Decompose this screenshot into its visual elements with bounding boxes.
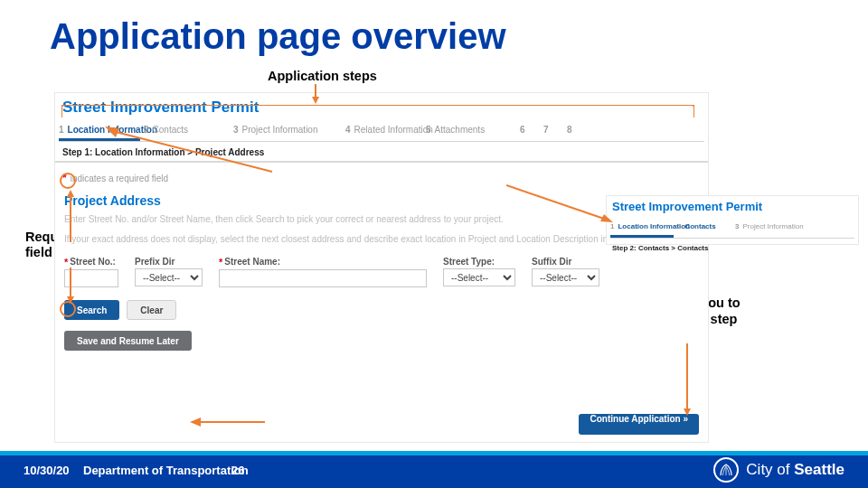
street-name-input[interactable] bbox=[219, 269, 427, 287]
svg-marker-13 bbox=[684, 408, 691, 416]
arrow-down-icon bbox=[684, 343, 691, 416]
svg-marker-11 bbox=[190, 418, 201, 427]
save-button-row: Save and Resume Later bbox=[55, 325, 708, 356]
prefix-dir-select[interactable]: --Select-- bbox=[135, 268, 203, 286]
svg-line-6 bbox=[506, 185, 604, 219]
breadcrumb: Step 2: Contacts > Contacts bbox=[607, 242, 858, 254]
step-2[interactable]: 2Contacts bbox=[677, 217, 731, 235]
svg-marker-5 bbox=[67, 296, 74, 304]
continue-button[interactable]: Continue Application » bbox=[579, 414, 699, 435]
permit-title: Street Improvement Permit bbox=[607, 196, 858, 215]
side-screenshot: Street Improvement Permit 1Location Info… bbox=[606, 195, 859, 245]
step-4[interactable]: 4Related Information bbox=[345, 120, 422, 138]
arrow-down-icon bbox=[67, 267, 74, 304]
bracket-icon bbox=[61, 105, 694, 117]
field-street-name: *Street Name: bbox=[219, 257, 427, 287]
arrow-down-icon bbox=[67, 190, 74, 244]
step-1[interactable]: 1Location Information bbox=[610, 217, 674, 235]
step-3[interactable]: 3Project Information bbox=[735, 217, 816, 235]
suffix-dir-select[interactable]: --Select-- bbox=[532, 268, 599, 286]
street-type-select[interactable]: --Select-- bbox=[443, 268, 515, 286]
field-suffix-dir: Suffix Dir --Select-- bbox=[532, 257, 599, 287]
footer-date: 10/30/20 bbox=[24, 464, 70, 477]
clear-button[interactable]: Clear bbox=[127, 300, 176, 320]
footer-page-number: 26 bbox=[231, 464, 244, 477]
field-street-type: Street Type: --Select-- bbox=[443, 257, 515, 287]
svg-marker-1 bbox=[312, 97, 319, 104]
arrow-left-icon bbox=[190, 416, 267, 428]
step-8[interactable]: 8 bbox=[567, 120, 587, 138]
slide-title: Application page overview bbox=[50, 16, 506, 57]
svg-marker-3 bbox=[67, 190, 74, 197]
arrow-left-icon bbox=[105, 127, 277, 176]
seattle-logo: City of Seattle bbox=[713, 457, 844, 483]
step-6[interactable]: 6 bbox=[520, 120, 540, 138]
save-resume-button[interactable]: Save and Resume Later bbox=[64, 331, 192, 351]
stepper: 1Location Information 2Contacts 3Project… bbox=[607, 215, 858, 235]
arrow-right-icon bbox=[506, 181, 615, 226]
step-5[interactable]: 5Attachments bbox=[426, 120, 516, 138]
field-row: *Street No.: Prefix Dir --Select-- *Stre… bbox=[55, 255, 708, 295]
footer-department: Department of Transportation bbox=[83, 464, 249, 477]
search-button-row: Search Clear bbox=[55, 295, 708, 325]
circle-highlight-icon bbox=[60, 173, 76, 189]
field-prefix-dir: Prefix Dir --Select-- bbox=[135, 257, 203, 287]
divider bbox=[610, 238, 854, 239]
asterisk-icon: * bbox=[64, 257, 68, 267]
svg-marker-7 bbox=[600, 214, 613, 222]
arrow-down-icon bbox=[312, 84, 319, 104]
seattle-seal-icon bbox=[713, 457, 739, 483]
svg-marker-9 bbox=[105, 127, 119, 137]
step-7[interactable]: 7 bbox=[543, 120, 563, 138]
svg-line-8 bbox=[116, 132, 272, 172]
callout-application-steps: Application steps bbox=[268, 69, 377, 83]
asterisk-icon: * bbox=[219, 257, 222, 267]
